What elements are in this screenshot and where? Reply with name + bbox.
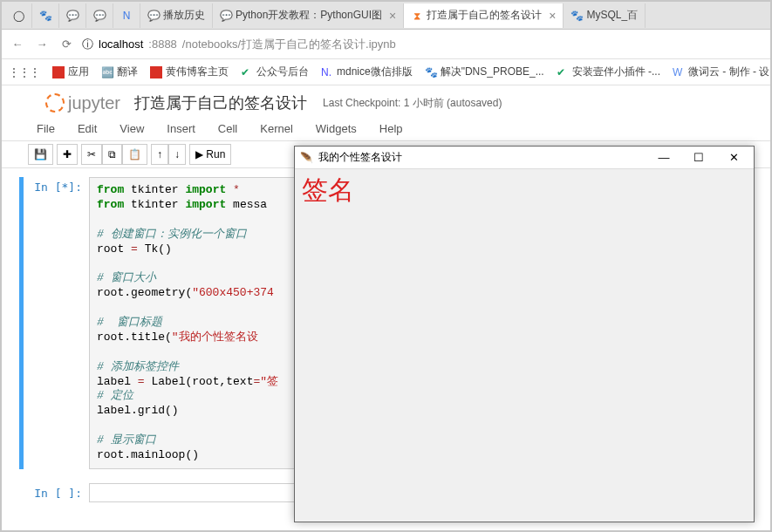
chat-icon: 💬 [66,10,79,22]
copy-button[interactable]: ⧉ [102,144,122,165]
bookmark-item[interactable]: 🐾解决"DNS_PROBE_... [425,65,544,79]
forward-icon[interactable]: → [33,36,51,53]
paw-icon: 🐾 [570,10,583,22]
move-up-button[interactable]: ↑ [151,144,168,165]
tab-label: MySQL_百 [586,8,638,23]
url-path: /notebooks/打造属于自己的签名设计.ipynb [182,37,396,52]
cell-prompt: In [*]: [28,177,89,469]
add-cell-button[interactable]: ✚ [57,144,78,165]
browser-tab[interactable]: 💬 [59,3,86,28]
browser-tab[interactable]: ◯ [5,3,32,28]
menu-insert[interactable]: Insert [167,122,195,135]
tab-icon: ◯ [12,10,24,22]
jupyter-logo[interactable]: jupyter [45,93,120,113]
menu-edit[interactable]: Edit [78,122,97,135]
n-icon: N [120,10,133,22]
notebook-menubar: File Edit View Insert Cell Kernel Widget… [2,117,770,141]
signature-label: 签名 [302,175,354,204]
chat-icon: 💬 [220,10,232,22]
address-bar: ← → ⟳ ⓘ localhost:8888/notebooks/打造属于自己的… [2,30,770,59]
move-down-button[interactable]: ↓ [168,144,186,165]
browser-tab[interactable]: 🐾MySQL_百 [564,3,646,28]
browser-tab[interactable]: N [113,3,140,28]
notebook-title[interactable]: 打造属于自己的签名设计 [134,92,307,113]
tab-label: Python开发教程：PythonGUI图 [236,8,382,23]
site-info-icon[interactable]: ⓘ [82,37,93,52]
bookmark-item[interactable]: ✔安装壹伴小插件 -... [557,65,660,79]
tkinter-titlebar[interactable]: 🪶 我的个性签名设计 — ☐ ✕ [295,147,754,169]
close-icon[interactable]: × [549,9,556,23]
menu-widgets[interactable]: Widgets [316,122,357,135]
bookmark-item[interactable]: N.mdnice微信排版 [321,65,413,79]
chat-icon: 💬 [93,10,106,22]
menu-kernel[interactable]: Kernel [260,122,293,135]
jupyter-icon [45,93,65,113]
window-title: 我的个性签名设计 [318,150,402,165]
close-button[interactable]: ✕ [719,147,748,168]
url-port: :8888 [148,38,177,51]
cell-prompt: In [ ]: [28,483,89,502]
url-host: localhost [99,38,143,51]
apps-icon[interactable]: ⋮⋮⋮ [9,66,40,78]
menu-help[interactable]: Help [379,122,403,135]
minimize-button[interactable]: — [649,147,679,168]
browser-tab[interactable]: 💬 [86,3,113,28]
tkinter-window[interactable]: 🪶 我的个性签名设计 — ☐ ✕ 签名 [294,146,755,522]
hourglass-icon: ⧗ [411,10,423,22]
paste-button[interactable]: 📋 [122,144,147,165]
browser-tab-strip: ◯ 🐾 💬 💬 N 💬播放历史 💬Python开发教程：PythonGUI图× … [2,2,770,30]
bookmark-item[interactable]: 🔤翻译 [101,65,138,79]
url-field[interactable]: ⓘ localhost:8888/notebooks/打造属于自己的签名设计.i… [82,37,396,52]
bookmarks-bar: ⋮⋮⋮ 应用 🔤翻译 黄伟博客主页 ✔公众号后台 N.mdnice微信排版 🐾解… [2,59,770,85]
cut-button[interactable]: ✂ [81,144,102,165]
maximize-button[interactable]: ☐ [684,147,714,168]
tkinter-body: 签名 [295,169,754,212]
feather-icon: 🪶 [300,152,313,164]
tab-label: 打造属于自己的签名设计 [427,8,542,23]
browser-tab[interactable]: 💬Python开发教程：PythonGUI图× [213,3,404,28]
checkpoint-text: Last Checkpoint: 1 小时前 (autosaved) [323,96,502,111]
browser-tab-active[interactable]: ⧗打造属于自己的签名设计× [404,3,564,28]
tab-label: 播放历史 [163,8,205,23]
chat-icon: 💬 [147,10,160,22]
bookmark-item[interactable]: ✔公众号后台 [241,65,309,79]
bookmark-item[interactable]: 黄伟博客主页 [150,65,229,79]
bookmark-item[interactable]: W微词云 - 制作 - 设... [673,65,772,79]
jupyter-text: jupyter [68,93,120,113]
run-button[interactable]: ▶ Run [189,144,231,165]
reload-icon[interactable]: ⟳ [58,36,75,53]
back-icon[interactable]: ← [9,36,26,53]
menu-file[interactable]: File [37,122,55,135]
bookmark-item[interactable]: 应用 [52,65,89,79]
notebook-header: jupyter 打造属于自己的签名设计 Last Checkpoint: 1 小… [2,85,770,117]
paw-icon: 🐾 [39,10,51,22]
close-icon[interactable]: × [389,9,396,23]
menu-cell[interactable]: Cell [218,122,237,135]
menu-view[interactable]: View [120,122,144,135]
browser-tab[interactable]: 🐾 [32,3,59,28]
save-button[interactable]: 💾 [28,144,53,165]
browser-tab[interactable]: 💬播放历史 [140,3,213,28]
